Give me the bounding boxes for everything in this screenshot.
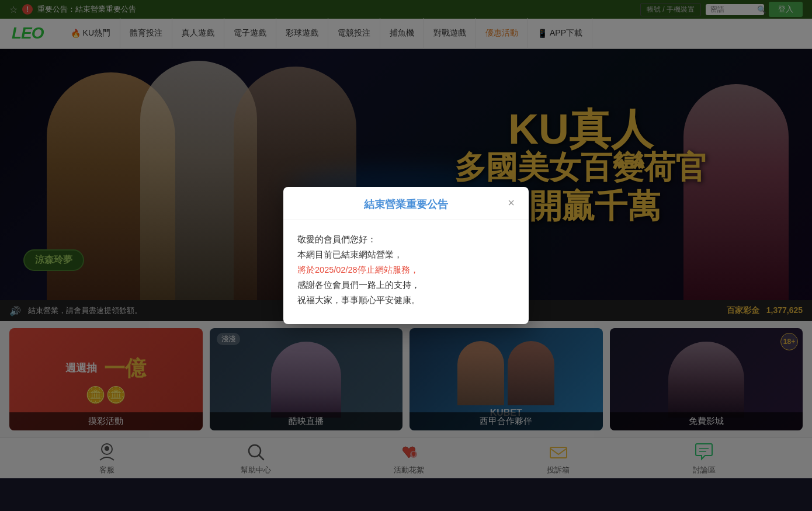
modal-overlay[interactable]: 結束營業重要公告 × 敬愛的會員們您好： 本網目前已結束網站營業， 將於2025… [0,0,812,478]
modal-header: 結束營業重要公告 × [283,187,529,220]
modal-greeting: 敬愛的會員們您好： [297,232,515,247]
modal-body: 敬愛的會員們您好： 本網目前已結束網站營業， 將於2025/02/28停止網站服… [283,220,529,324]
modal: 結束營業重要公告 × 敬愛的會員們您好： 本網目前已結束網站營業， 將於2025… [283,187,529,324]
modal-line3: 感謝各位會員們一路上的支持， [297,277,515,293]
modal-line1: 本網目前已結束網站營業， [297,247,515,262]
modal-close-button[interactable]: × [503,195,519,211]
modal-line2: 將於2025/02/28停止網站服務， [297,262,515,277]
modal-line4: 祝福大家，事事順心平安健康。 [297,293,515,308]
modal-title: 結束營業重要公告 [364,197,448,211]
